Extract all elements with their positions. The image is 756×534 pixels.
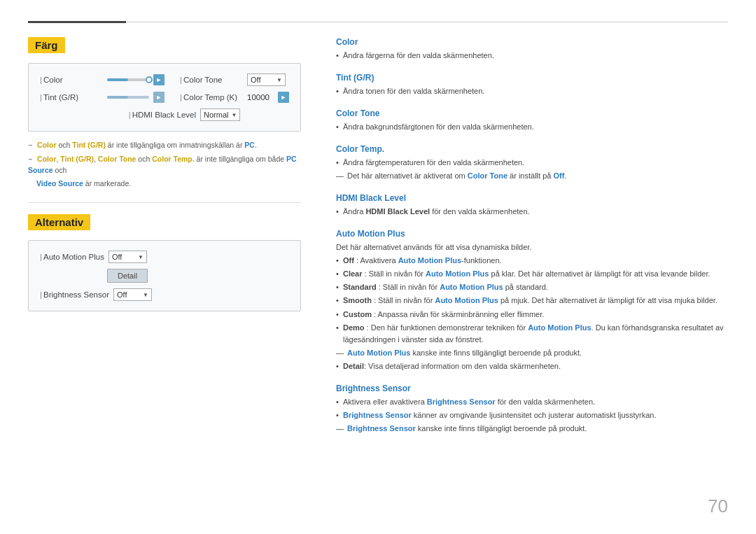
help-hdmi: HDMI Black Level Ändra HDMI Black Level … [336, 193, 728, 218]
color-temp-value-group: 10000 ► [247, 92, 289, 103]
tint-slider[interactable] [107, 96, 149, 99]
help-amp-clear: Clear : Ställ in nivån för Auto Motion P… [336, 268, 728, 280]
brightness-row: |Brightness Sensor Off ▼ [40, 288, 289, 301]
color-label: |Color [40, 76, 103, 84]
farg-note2-line2: Video Source är markerade. [28, 178, 301, 190]
section-divider [28, 202, 301, 203]
detail-button[interactable]: Detail [107, 269, 148, 283]
auto-motion-dropdown-arrow: ▼ [138, 254, 144, 260]
hdmi-row: |HDMI Black Level Normal ▼ [40, 108, 289, 121]
help-amp-note1: Auto Motion Plus kanske inte finns tillg… [336, 347, 728, 359]
help-brightness-title: Brightness Sensor [336, 384, 728, 393]
help-auto-motion-title: Auto Motion Plus [336, 229, 728, 239]
help-hdmi-title: HDMI Black Level [336, 193, 728, 203]
farg-settings-box: |Color ► |Color Tone Off ▼ [28, 63, 301, 132]
brightness-label: |Brightness Sensor [40, 290, 109, 299]
help-color-tone: Color Tone Ändra bakgrundsfärgtonen för … [336, 108, 728, 133]
hdmi-dropdown-arrow: ▼ [232, 112, 237, 118]
color-slider[interactable] [107, 78, 149, 81]
help-tint: Tint (G/R) Ändra tonen för den valda skä… [336, 73, 728, 97]
help-amp-smooth: Smooth : Ställ in nivån för Auto Motion … [336, 295, 728, 307]
top-border-dark [28, 21, 126, 23]
help-amp-standard: Standard : Ställ in nivån för Auto Motio… [336, 281, 728, 293]
help-brightness: Brightness Sensor Aktivera eller avaktiv… [336, 384, 728, 435]
tint-arrow-btn[interactable]: ► [153, 92, 164, 103]
help-color-tone-title: Color Tone [336, 108, 728, 118]
help-tint-text: Ändra tonen för den valda skärmenheten. [336, 85, 728, 97]
color-temp-label: |Color Temp (K) [180, 93, 243, 101]
help-tint-title: Tint (G/R) [336, 73, 728, 83]
tint-row: |Tint (G/R) ► |Color Temp (K) 10000 ► [40, 92, 289, 103]
help-brightness-note: Brightness Sensor kanske inte finns till… [336, 423, 728, 435]
help-amp-detail: Detail: Visa detaljerad information om d… [336, 360, 728, 372]
help-brightness-bullet1: Aktivera eller avaktivera Brightness Sen… [336, 396, 728, 408]
color-temp-value: 10000 [247, 93, 275, 101]
help-color-text: Ändra färgerna för den valda skärmenhete… [336, 50, 728, 62]
color-row: |Color ► |Color Tone Off ▼ [40, 73, 289, 86]
help-color-temp-text: Ändra färgtemperaturen för den valda skä… [336, 157, 728, 169]
auto-motion-label: |Auto Motion Plus [40, 253, 104, 261]
help-color: Color Ändra färgerna för den valda skärm… [336, 37, 728, 62]
help-hdmi-text: Ändra HDMI Black Level för den valda skä… [336, 206, 728, 218]
color-temp-arrow-btn[interactable]: ► [278, 92, 289, 103]
hdmi-label: |HDMI Black Level [129, 111, 196, 119]
farg-note1: − Color och Tint (G/R) är inte tillgängl… [28, 140, 301, 151]
color-tone-label: |Color Tone [180, 76, 243, 84]
help-amp-custom: Custom : Anpassa nivån för skärminbränni… [336, 309, 728, 321]
color-tone-dropdown[interactable]: Off ▼ [247, 73, 286, 86]
color-arrow-btn[interactable]: ► [153, 74, 164, 85]
help-amp-off: Off : Avaktivera Auto Motion Plus-funkti… [336, 255, 728, 267]
help-auto-motion: Auto Motion Plus Det här alternativet an… [336, 229, 728, 372]
brightness-dropdown[interactable]: Off ▼ [113, 288, 152, 301]
top-border [28, 21, 728, 23]
help-color-temp: Color Temp. Ändra färgtemperaturen för d… [336, 144, 728, 182]
help-color-tone-text: Ändra bakgrundsfärgtonen för den valda s… [336, 121, 728, 133]
farg-section-title: Färg [28, 37, 65, 53]
help-color-temp-note: Det här alternativet är aktiverat om Col… [336, 170, 728, 182]
hdmi-dropdown[interactable]: Normal ▼ [200, 108, 240, 121]
alternativ-section-title: Alternativ [28, 214, 90, 230]
top-border-light [126, 22, 728, 22]
page-number: 70 [708, 496, 728, 517]
help-amp-demo: Demo : Den här funktionen demonstrerar t… [336, 322, 728, 346]
help-color-temp-title: Color Temp. [336, 144, 728, 154]
farg-note2: − Color, Tint (G/R), Color Tone och Colo… [28, 154, 301, 176]
right-column: Color Ändra färgerna för den valda skärm… [329, 37, 728, 513]
tint-label: |Tint (G/R) [40, 93, 103, 101]
auto-motion-row: |Auto Motion Plus Off ▼ [40, 251, 289, 263]
farg-notes: − Color och Tint (G/R) är inte tillgängl… [28, 140, 301, 190]
color-tone-dropdown-arrow: ▼ [276, 77, 282, 83]
help-color-title: Color [336, 37, 728, 47]
alternativ-settings-box: |Auto Motion Plus Off ▼ Detail |Brightne… [28, 240, 301, 311]
auto-motion-dropdown[interactable]: Off ▼ [108, 251, 147, 263]
help-auto-motion-intro: Det här alternativet används för att vis… [336, 241, 728, 253]
brightness-dropdown-arrow: ▼ [143, 292, 148, 298]
help-brightness-bullet2: Brightness Sensor känner av omgivande lj… [336, 409, 728, 421]
left-column: Färg |Color ► |Color Tone [28, 37, 301, 513]
